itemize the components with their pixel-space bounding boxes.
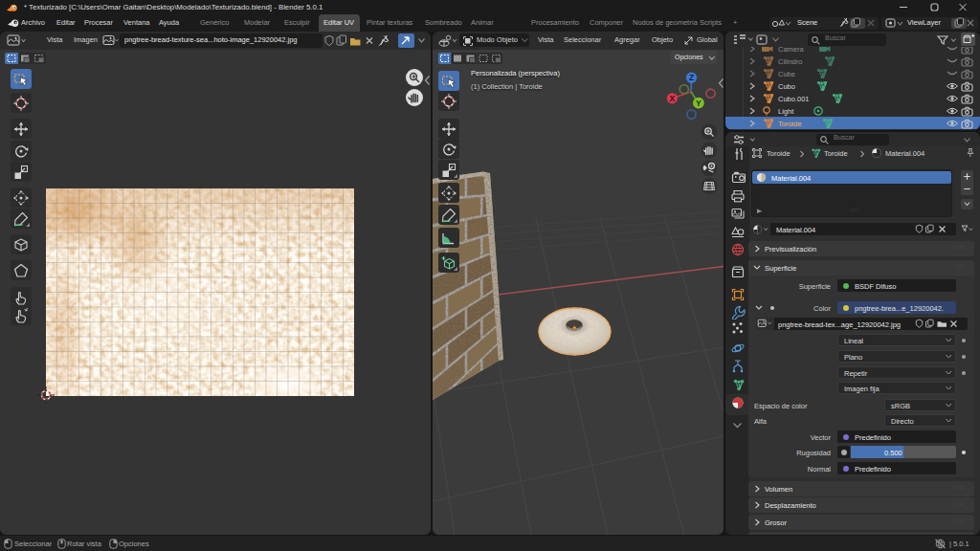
svg-text:Y: Y bbox=[696, 99, 702, 108]
svg-text:Z: Z bbox=[689, 73, 694, 82]
svg-text:X: X bbox=[670, 94, 676, 103]
